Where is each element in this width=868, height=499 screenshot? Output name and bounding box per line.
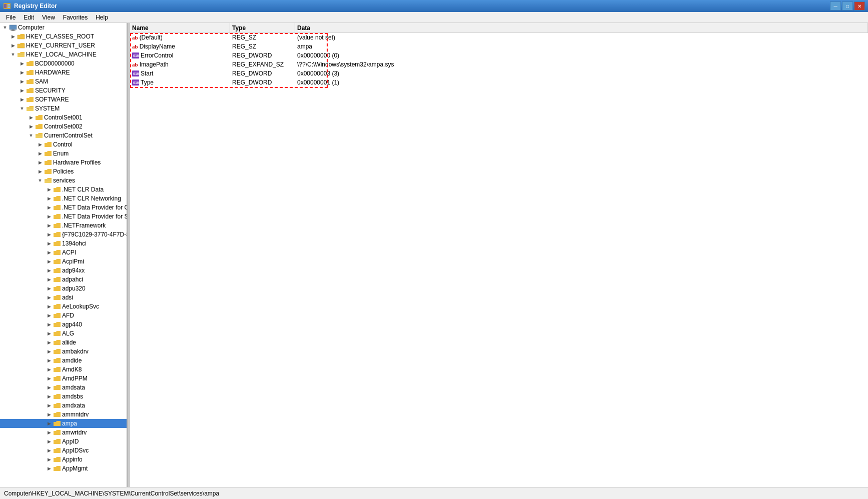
computer-icon (9, 24, 17, 32)
folder-open-icon (26, 104, 34, 112)
folder-closed-icon (53, 338, 61, 346)
tree-node-software[interactable]: ▶ SOFTWARE (0, 95, 127, 104)
svg-rect-4 (10, 25, 17, 30)
tree-node-aelookupSvc[interactable]: ▶ AeLookupSvc (0, 302, 127, 311)
tree-node-net-dp-sqls[interactable]: ▶ .NET Data Provider for SqlS (0, 212, 127, 221)
tree-node-net-clr-data[interactable]: ▶ .NET CLR Data (0, 185, 127, 194)
value-row-displayname[interactable]: ab DisplayName REG_SZ ampa (130, 42, 868, 51)
col-header-name[interactable]: Name (130, 23, 230, 32)
col-name-label: Name (132, 24, 149, 32)
tree-node-hardware-profiles[interactable]: ▶ Hardware Profiles (0, 158, 127, 167)
close-button[interactable]: ✕ (854, 2, 865, 10)
tree-node-agp440[interactable]: ▶ agp440 (0, 320, 127, 329)
tree-node-alg[interactable]: ▶ ALG (0, 329, 127, 338)
menu-edit[interactable]: Edit (20, 12, 38, 22)
val-name-type: 010 Type (130, 78, 230, 87)
tree-node-acpipmi[interactable]: ▶ AcpiPmi (0, 257, 127, 266)
tree-node-computer[interactable]: ▼ Computer (0, 23, 127, 32)
folder-closed-icon (44, 158, 52, 166)
tree-node-control[interactable]: ▶ Control (0, 140, 127, 149)
tree-node-adpu320[interactable]: ▶ adpu320 (0, 284, 127, 293)
folder-closed-icon (53, 438, 61, 446)
tree-node-amdsbs[interactable]: ▶ amdsbs (0, 392, 127, 401)
val-type-type: REG_DWORD (230, 78, 295, 87)
val-name-text-start: Start (141, 70, 153, 77)
node-label-afd: AFD (62, 312, 74, 319)
tree-node-policies[interactable]: ▶ Policies (0, 167, 127, 176)
tree-node-net-dp-orac[interactable]: ▶ .NET Data Provider for Orac (0, 203, 127, 212)
tree-node-amdk8[interactable]: ▶ AmdK8 (0, 365, 127, 374)
node-label-alg: ALG (62, 330, 74, 337)
value-row-default[interactable]: ab (Default) REG_SZ (value not set) (130, 33, 868, 42)
tree-node-f79c1029[interactable]: ▶ {F79C1029-3770-4F7D-870D (0, 230, 127, 239)
expand-icon: ▶ (18, 68, 26, 76)
restore-button[interactable]: □ (842, 2, 853, 10)
tree-node-appmgmt[interactable]: ▶ AppMgmt (0, 464, 127, 473)
value-row-start[interactable]: 010 Start REG_DWORD 0x00000003 (3) (130, 69, 868, 78)
tree-node-net-clr-networking[interactable]: ▶ .NET CLR Networking (0, 194, 127, 203)
node-label-services: services (53, 177, 75, 184)
tree-node-amdppm[interactable]: ▶ AmdPPM (0, 374, 127, 383)
tree-node-amwrtdrv[interactable]: ▶ amwrtdrv (0, 428, 127, 437)
tree-node-adp94xx[interactable]: ▶ adp94xx (0, 266, 127, 275)
tree-node-ampa[interactable]: ▶ ampa (0, 419, 127, 428)
tree-node-services[interactable]: ▼ services (0, 176, 127, 185)
node-label-adpahci: adpahci (62, 276, 83, 283)
tree-node-aliide[interactable]: ▶ aliide (0, 338, 127, 347)
tree-node-appidsvc[interactable]: ▶ AppIDSvc (0, 446, 127, 455)
tree-node-current-user[interactable]: ▶ HKEY_CURRENT_USER (0, 41, 127, 50)
tree-node-amdxata[interactable]: ▶ amdxata (0, 401, 127, 410)
tree-node-1394ohci[interactable]: ▶ 1394ohci (0, 239, 127, 248)
node-label-security: SECURITY (35, 87, 66, 94)
minimize-button[interactable]: ─ (830, 2, 841, 10)
tree-node-classes-root[interactable]: ▶ HKEY_CLASSES_ROOT (0, 32, 127, 41)
folder-closed-icon (53, 230, 61, 238)
tree-node-appinfo[interactable]: ▶ Appinfo (0, 455, 127, 464)
tree-node-netframework[interactable]: ▶ .NETFramework (0, 221, 127, 230)
tree-node-appid[interactable]: ▶ AppID (0, 437, 127, 446)
tree-scroll-area[interactable]: ▼ Computer ▶ HKEY_CLASSES_ROOT ▶ (0, 23, 127, 487)
expand-icon: ▶ (45, 392, 53, 400)
tree-node-adsi[interactable]: ▶ adsi (0, 293, 127, 302)
reg-icon-dword-start: 010 (132, 70, 139, 76)
tree-node-currentcontrolset[interactable]: ▼ CurrentControlSet (0, 131, 127, 140)
tree-node-bcd[interactable]: ▶ BCD00000000 (0, 59, 127, 68)
expand-icon: ▶ (18, 60, 26, 68)
tree-node-ambakdrv[interactable]: ▶ ambakdrv (0, 347, 127, 356)
tree-node-hardware[interactable]: ▶ HARDWARE (0, 68, 127, 77)
val-name-text-default: (Default) (140, 34, 163, 41)
tree-node-sam[interactable]: ▶ SAM (0, 77, 127, 86)
tree-node-system[interactable]: ▼ SYSTEM (0, 104, 127, 113)
col-header-data[interactable]: Data (295, 23, 868, 32)
value-row-type[interactable]: 010 Type REG_DWORD 0x00000001 (1) (130, 78, 868, 87)
expand-icon: ▶ (36, 150, 44, 158)
val-type-imagepath: REG_EXPAND_SZ (230, 60, 295, 69)
tree-node-security[interactable]: ▶ SECURITY (0, 86, 127, 95)
expand-icon: ▶ (45, 284, 53, 292)
folder-closed-icon (53, 194, 61, 202)
menu-help[interactable]: Help (92, 12, 112, 22)
value-row-errorcontrol[interactable]: 010 ErrorControl REG_DWORD 0x00000000 (0… (130, 51, 868, 60)
tree-node-controlset002[interactable]: ▶ ControlSet002 (0, 122, 127, 131)
tree-node-local-machine[interactable]: ▼ HKEY_LOCAL_MACHINE (0, 50, 127, 59)
tree-node-adpahci[interactable]: ▶ adpahci (0, 275, 127, 284)
expand-icon: ▶ (45, 446, 53, 454)
tree-node-acpi[interactable]: ▶ ACPI (0, 248, 127, 257)
menu-favorites[interactable]: Favorites (59, 12, 92, 22)
folder-closed-icon (35, 122, 43, 130)
tree-node-ammntdrv[interactable]: ▶ ammntdrv (0, 410, 127, 419)
tree-node-amdide[interactable]: ▶ amdide (0, 356, 127, 365)
menu-view[interactable]: View (38, 12, 59, 22)
node-label-adpu320: adpu320 (62, 285, 86, 292)
menu-file[interactable]: File (2, 12, 20, 22)
folder-closed-icon (53, 366, 61, 374)
tree-panel[interactable]: ▼ Computer ▶ HKEY_CLASSES_ROOT ▶ (0, 23, 128, 487)
folder-closed-icon (26, 60, 34, 68)
tree-node-afd[interactable]: ▶ AFD (0, 311, 127, 320)
tree-node-amdsata[interactable]: ▶ amdsata (0, 383, 127, 392)
value-row-imagepath[interactable]: ab ImagePath REG_EXPAND_SZ \??\C:\Window… (130, 60, 868, 69)
col-header-type[interactable]: Type (230, 23, 295, 32)
tree-node-controlset001[interactable]: ▶ ControlSet001 (0, 113, 127, 122)
node-label-amdsata: amdsata (62, 384, 85, 391)
tree-node-enum[interactable]: ▶ Enum (0, 149, 127, 158)
